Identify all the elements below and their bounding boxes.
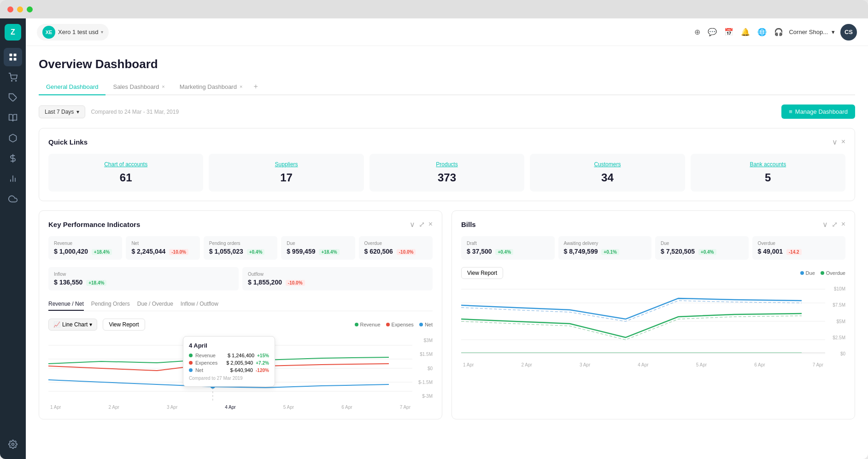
sidebar-item-dollar[interactable] [4, 149, 22, 168]
sidebar-item-cart[interactable] [4, 68, 22, 87]
bills-y-7_5m: $7.5M [833, 302, 845, 308]
org-selector[interactable]: XE Xero 1 test usd ▾ [37, 24, 109, 41]
support-icon[interactable]: 🎧 [774, 28, 783, 36]
titlebar [0, 0, 868, 18]
sidebar-item-book[interactable] [4, 109, 22, 127]
sidebar: Z [0, 18, 26, 459]
quick-link-bank-accounts[interactable]: Bank accounts 5 [691, 154, 845, 192]
tab-general[interactable]: General Dashboard [39, 79, 106, 95]
sidebar-item-dashboard[interactable] [4, 48, 22, 66]
kpi-card: Key Performance Indicators ∨ ⤢ × Revenue [39, 210, 442, 419]
quick-link-customers[interactable]: Customers 34 [530, 154, 685, 192]
quick-link-suppliers[interactable]: Suppliers 17 [209, 154, 364, 192]
close-quick-links-icon[interactable]: × [841, 138, 845, 146]
close-btn[interactable] [7, 6, 13, 12]
quick-link-products[interactable]: Products 373 [369, 154, 524, 192]
sidebar-item-cloud[interactable] [4, 190, 22, 208]
kpi-collapse-icon[interactable]: ∨ [410, 220, 415, 229]
page-title: Overview Dashboard [39, 57, 855, 71]
legend-expenses: Expenses [386, 322, 414, 327]
bell-icon[interactable]: 🔔 [741, 28, 750, 36]
bills-expand-icon[interactable]: ⤢ [832, 220, 838, 229]
corner-shop-selector[interactable]: Corner Shop... ▾ [789, 29, 835, 35]
quick-link-chart-accounts[interactable]: Chart of accounts 61 [48, 154, 203, 192]
bills-overdue: Overdue $ 49,001 -14.2 [752, 236, 846, 260]
kpi-actions: ∨ ⤢ × [410, 220, 433, 229]
avatar[interactable]: CS [840, 24, 857, 41]
bills-due-badge: +0.4% [698, 249, 716, 255]
quick-link-bank-accounts-label[interactable]: Bank accounts [698, 161, 838, 168]
kpi-y-label-1_5m: $1.5M [420, 352, 433, 357]
bills-collapse-icon[interactable]: ∨ [822, 220, 828, 229]
kpi-overdue-value: $ 620,506 -10.0% [364, 248, 427, 255]
quick-link-products-label[interactable]: Products [377, 161, 517, 168]
kpi-tab-pending[interactable]: Pending Orders [91, 298, 130, 311]
legend-expenses-dot [386, 323, 390, 326]
bills-x-6apr: 6 Apr [754, 362, 765, 367]
kpi-x-axis: 1 Apr 2 Apr 3 Apr 4 Apr 5 Apr 6 Apr 7 Ap… [48, 405, 412, 410]
kpi-pending: Pending orders $ 1,055,023 +0.4% [204, 236, 277, 260]
kpi-y-label-neg3m: $-3M [422, 394, 433, 399]
maximize-btn[interactable] [27, 6, 33, 12]
compare-text: Compared to 24 Mar - 31 Mar, 2019 [91, 109, 179, 115]
quick-link-customers-label[interactable]: Customers [537, 161, 677, 168]
kpi-close-icon[interactable]: × [428, 220, 433, 229]
tab-marketing[interactable]: Marketing Dashboard × [172, 79, 250, 95]
bills-metrics: Draft $ 37,500 +0.4% Awaiting delivery $… [461, 236, 845, 260]
bills-view-report-button[interactable]: View Report [461, 267, 503, 279]
quick-link-products-value: 373 [377, 171, 517, 184]
bills-chart-area: $10M $7.5M $5M $2.5M $0 [461, 285, 845, 367]
tab-sales-close-icon[interactable]: × [162, 84, 164, 89]
bills-draft: Draft $ 37,500 +0.4% [461, 236, 555, 260]
sidebar-item-tag[interactable] [4, 88, 22, 107]
chat-icon[interactable]: 💬 [708, 28, 717, 36]
sidebar-item-box[interactable] [4, 129, 22, 147]
kpi-tab-inflow-outflow[interactable]: Inflow / Outflow [181, 298, 218, 311]
kpi-tab-due-overdue[interactable]: Due / Overdue [137, 298, 173, 311]
quick-link-bank-accounts-value: 5 [698, 171, 838, 184]
bills-header: Bills ∨ ⤢ × [461, 220, 845, 229]
kpi-view-report-button[interactable]: View Report [103, 319, 145, 331]
calendar-icon[interactable]: 📅 [724, 28, 733, 36]
tooltip-date: 4 April [189, 342, 269, 349]
date-filter-label: Last 7 Days [45, 109, 74, 115]
sidebar-item-chart[interactable] [4, 169, 22, 188]
bills-y-5m: $5M [837, 319, 845, 324]
minimize-btn[interactable] [17, 6, 23, 12]
quick-link-chart-accounts-label[interactable]: Chart of accounts [56, 161, 196, 168]
kpi-y-label-3m: $3M [424, 338, 433, 343]
svg-rect-0 [10, 54, 12, 57]
date-filter[interactable]: Last 7 Days ▾ [39, 105, 85, 118]
svg-rect-1 [14, 54, 17, 57]
kpi-x-5apr: 5 Apr [283, 405, 294, 410]
svg-point-4 [12, 81, 12, 81]
tab-sales[interactable]: Sales Dashboard × [106, 79, 172, 95]
chart-type-chevron-icon: ▾ [89, 321, 92, 328]
bills-overdue-value: $ 49,001 -14.2 [758, 248, 840, 255]
tab-add-icon[interactable]: + [250, 79, 261, 94]
plus-icon[interactable]: ⊕ [694, 28, 700, 36]
quick-links-header: Quick Links ∨ × [48, 138, 845, 146]
bills-line-chart [461, 285, 825, 358]
globe-icon[interactable]: 🌐 [757, 28, 767, 36]
kpi-x-2apr: 2 Apr [108, 405, 119, 410]
tab-marketing-close-icon[interactable]: × [240, 84, 242, 89]
quick-links-title: Quick Links [48, 138, 88, 146]
kpi-due-badge: +18.4% [319, 249, 339, 255]
kpi-revenue: Revenue $ 1,000,420 +18.4% [48, 236, 122, 260]
quick-link-suppliers-label[interactable]: Suppliers [216, 161, 356, 168]
svg-rect-3 [14, 58, 17, 61]
kpi-tab-revenue-net[interactable]: Revenue / Net [48, 298, 84, 311]
kpi-due-label: Due [287, 241, 349, 246]
kpi-inflow-badge: +18.4% [86, 280, 106, 286]
quick-links-card: Quick Links ∨ × Chart of accounts 61 Sup… [39, 128, 855, 201]
bills-close-icon[interactable]: × [841, 220, 845, 229]
collapse-icon[interactable]: ∨ [832, 138, 838, 146]
tooltip-expenses-dot [189, 361, 193, 365]
corner-shop-chevron-icon: ▾ [832, 29, 835, 35]
kpi-y-label-0: $0 [428, 366, 433, 371]
manage-dashboard-button[interactable]: ≡ Manage Dashboard [781, 105, 855, 119]
kpi-expand-icon[interactable]: ⤢ [419, 220, 425, 229]
sidebar-item-settings[interactable] [4, 435, 22, 453]
chart-type-selector[interactable]: 📈 Line Chart ▾ [48, 319, 97, 331]
